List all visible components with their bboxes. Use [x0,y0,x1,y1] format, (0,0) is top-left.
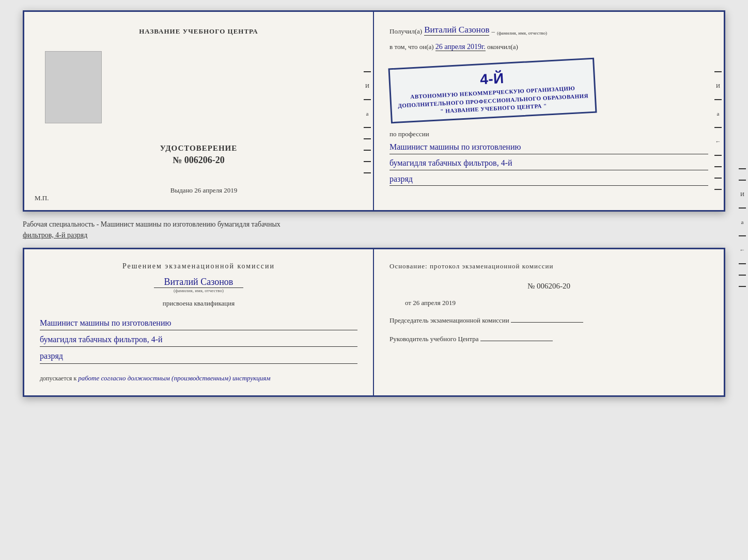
rd5 [714,166,722,167]
rd2 [714,99,722,100]
top-booklet: НАЗВАНИЕ УЧЕБНОГО ЦЕНТРА УДОСТОВЕРЕНИЕ №… [23,10,725,212]
mp-label: М.П. [35,194,49,202]
qual-line2: бумагидля табачных фильтров, 4-й [40,332,357,347]
profession-line1: Машинист машины по изготовлению [389,140,708,154]
profession-line2: бумагидля табачных фильтров, 4-й [389,156,708,170]
dash-recipient: – [491,27,495,36]
predsedatel-block: Председатель экзаменационной комиссии [389,315,708,326]
rd1 [714,71,722,72]
specialty-main: Рабочая специальность - Машинист машины … [23,220,280,228]
top-left-page: НАЗВАНИЕ УЧЕБНОГО ЦЕНТРА УДОСТОВЕРЕНИЕ №… [24,12,374,210]
right-deco-2: И а ← [714,71,722,190]
stamp-container: 4-й АВТОНОМНУЮ НЕКОММЕРЧЕСКУЮ ОРГАНИЗАЦИ… [389,60,708,121]
osnov-label: Основание: протокол экзаменационной коми… [389,262,708,270]
dash-7 [364,172,371,173]
ot-date: 26 апреля 2019 [413,299,456,307]
dash-2 [364,99,371,100]
ot-line: от 26 апреля 2019 [405,299,708,307]
vtom-prefix: в том, что он(а) [389,43,434,51]
protocol-number: № 006206-20 [389,282,708,291]
rukovoditel-signature-line [480,341,553,341]
dopuskaetsya-line: допускается к работе согласно должностны… [40,374,357,382]
stamp: 4-й АВТОНОМНУЮ НЕКОММЕРЧЕСКУЮ ОРГАНИЗАЦИ… [388,58,597,124]
specialty-text-block: Рабочая специальность - Машинист машины … [23,218,725,242]
bottom-left-page: Решением экзаменационной комиссии Витали… [24,249,374,395]
vtom-date: 26 апреля 2019г. [435,43,486,51]
dash-5 [364,150,371,151]
certificate-block: УДОСТОВЕРЕНИЕ № 006206-20 [160,144,238,166]
recipient-name: Виталий Сазонов [424,25,489,36]
certificate-label: УДОСТОВЕРЕНИЕ [160,144,238,153]
bottom-booklet: Решением экзаменационной комиссии Витали… [23,248,725,397]
recipient-subtitle: (фамилия, имя, отчество) [497,30,547,36]
vydano-label: Выдано [170,186,193,194]
rc-a: а [717,110,720,117]
dash-4 [364,138,371,139]
predsedatel-label: Председатель экзаменационной комиссии [389,316,509,324]
dopusk-text: работе согласно должностным (производств… [78,374,270,382]
recipient-line: Получил(а) Виталий Сазонов – (фамилия, и… [389,25,708,36]
person-name: Виталий Сазонов [154,277,244,288]
name-block: Виталий Сазонов (фамилия, имя, отчество) [40,277,357,293]
school-name-title: НАЗВАНИЕ УЧЕБНОГО ЦЕНТРА [139,27,258,36]
prisvoena-label: присвоена квалификация [40,299,357,308]
vydano-date: 26 апреля 2019 [194,186,237,194]
dash-1 [364,71,371,72]
ot-prefix: от [405,299,411,307]
bottom-right-deco: И а ← [739,168,746,287]
rukovoditel-block: Руководитель учебного Центра [389,334,708,344]
okonchil-label: окончил(а) [487,43,518,51]
decision-title: Решением экзаменационной комиссии [40,262,357,270]
qualification-block: Машинист машины по изготовлению бумагидл… [40,314,357,364]
bottom-right-page: Основание: протокол экзаменационной коми… [374,249,724,395]
profession-block: по профессии Машинист машины по изготовл… [389,130,708,186]
poluchil-label: Получил(а) [389,27,422,36]
profession-line3: разряд [389,172,708,186]
specialty-underline: фильтров, 4-й разряд [23,231,87,239]
vtom-line: в том, что он(а) 26 апреля 2019г. окончи… [389,43,708,51]
char-a: а [366,110,369,117]
dopusk-label: допускается к [40,375,76,382]
right-decorations: И а [364,71,371,173]
photo-placeholder [45,51,102,123]
rd7 [714,189,722,190]
name-subtitle: (фамилия, имя, отчество) [40,288,357,293]
rd6 [714,178,722,179]
rd3 [714,127,722,128]
top-right-page: Получил(а) Виталий Сазонов – (фамилия, и… [374,12,724,210]
predsedatel-signature-line [511,322,583,323]
rukovoditel-label: Руководитель учебного Центра [389,335,479,343]
vydano-line: Выдано 26 апреля 2019 [160,186,237,195]
rc-arrow: ← [715,138,721,145]
rc-i: И [716,83,720,89]
qual-line3: разряд [40,349,357,363]
po-professii-label: по профессии [389,130,429,138]
certificate-number: № 006206-20 [160,155,238,166]
qual-line1: Машинист машины по изготовлению [40,316,357,330]
dash-3 [364,127,371,128]
char-i: И [365,83,369,89]
dash-6 [364,161,371,162]
rd4 [714,155,722,156]
